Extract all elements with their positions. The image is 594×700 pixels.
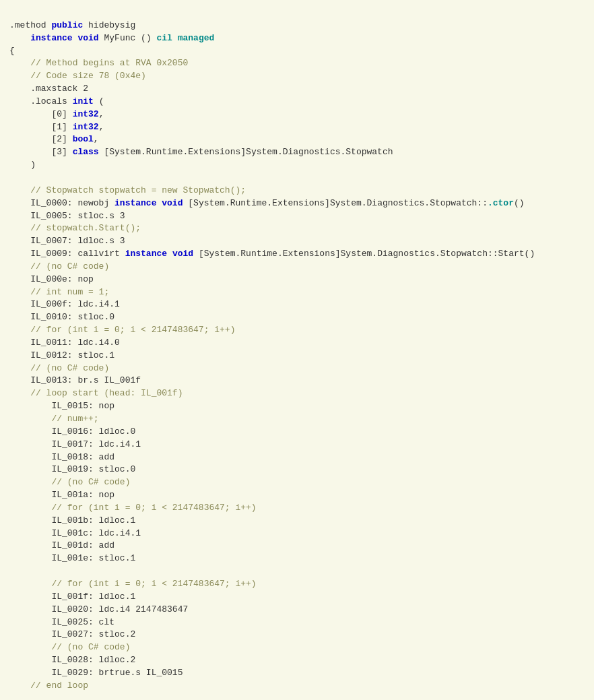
kw-managed: managed bbox=[178, 33, 215, 43]
kw-void: void bbox=[77, 33, 98, 43]
comment-no-cs-3: // (no C# code) bbox=[9, 477, 130, 487]
kw-class: class bbox=[73, 147, 99, 157]
kw-instance: instance bbox=[30, 33, 72, 43]
comment-code-size: // Code size 78 (0x4e) bbox=[30, 71, 146, 81]
method-directive: .method bbox=[9, 20, 51, 30]
kw-void-il0009: void bbox=[172, 249, 193, 259]
kw-public: public bbox=[51, 20, 83, 30]
kw-init: init bbox=[73, 96, 94, 106]
comment-no-cs-1: // (no C# code) bbox=[9, 261, 109, 272]
comment-for-loop-3: // for (int i = 0; i < 2147483647; i++) bbox=[9, 579, 257, 589]
kw-ctor: .ctor bbox=[488, 198, 514, 208]
kw-instance-il0009: instance bbox=[125, 249, 167, 259]
kw-int32-0: int32 bbox=[73, 109, 99, 119]
comment-end-loop: // end loop bbox=[9, 680, 88, 691]
kw-bool: bool bbox=[73, 134, 94, 144]
kw-void-il0000: void bbox=[162, 198, 183, 208]
comment-no-cs-4: // (no C# code) bbox=[9, 642, 130, 652]
kw-int32-1: int32 bbox=[73, 122, 99, 132]
comment-no-cs-2: // (no C# code) bbox=[9, 363, 109, 373]
comment-stopwatch-start: // stopwatch.Start(); bbox=[9, 223, 141, 233]
comment-method-begins: // Method begins at RVA 0x2050 bbox=[30, 58, 188, 68]
comment-for-loop-2: // for (int i = 0; i < 2147483647; i++) bbox=[9, 503, 257, 513]
kw-cil: cil bbox=[157, 33, 172, 43]
code-viewer: .method public hidebysig instance void M… bbox=[9, 7, 585, 700]
comment-stopwatch-new: // Stopwatch stopwatch = new Stopwatch()… bbox=[9, 185, 246, 195]
comment-for-loop-1: // for (int i = 0; i < 2147483647; i++) bbox=[9, 325, 235, 335]
comment-loop-start: // loop start (head: IL_001f) bbox=[9, 388, 183, 398]
kw-instance-il0000: instance bbox=[114, 198, 156, 208]
comment-num-increment: // num++; bbox=[9, 414, 99, 424]
comment-int-num: // int num = 1; bbox=[9, 287, 109, 297]
